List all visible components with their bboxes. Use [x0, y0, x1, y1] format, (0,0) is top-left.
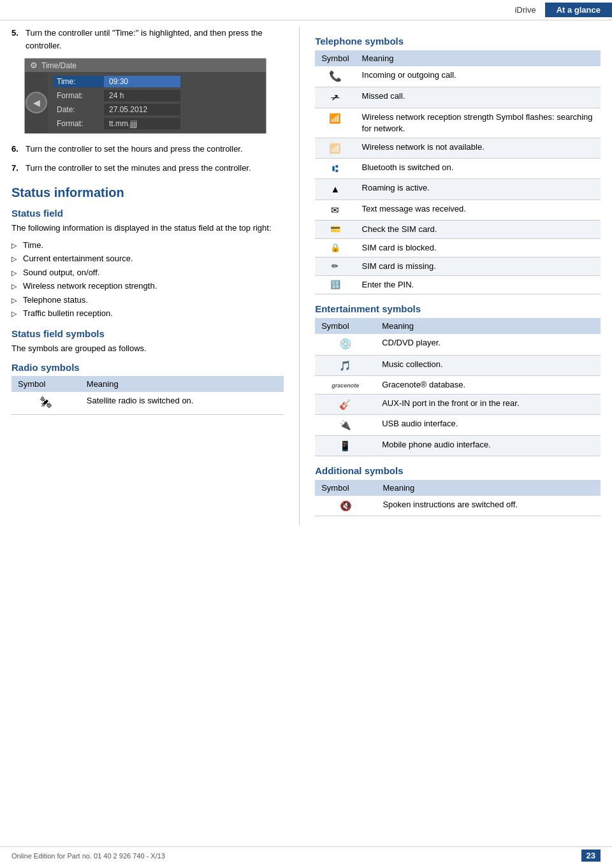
status-field-title: Status field — [11, 208, 284, 219]
tel-sym-6: ▲ — [315, 179, 355, 199]
bullet-sound: ▷Sound output, on/off. — [11, 266, 284, 280]
music-icon: 🎵 — [339, 360, 351, 371]
status-information-title: Status information — [11, 185, 284, 200]
nav-left-icon: ◀ — [33, 98, 40, 108]
ent-meaning-2: Music collection. — [375, 355, 601, 375]
table-row: 💿 CD/DVD player. — [315, 334, 601, 355]
step-5-num: 5. — [11, 27, 22, 52]
ent-sym-3: gracenote — [315, 376, 375, 394]
bullet-arrow-4: ▷ — [11, 281, 19, 292]
time-date-title-text: Time/Date — [41, 61, 76, 70]
table-row: 💳 Check the SIM card. — [315, 220, 601, 238]
tel-sym-7: ✉ — [315, 199, 355, 220]
missed-call-icon: ↗ — [331, 92, 339, 103]
ent-header-meaning: Meaning — [375, 318, 601, 334]
table-row: 🛰 Satellite radio is switched on. — [11, 392, 284, 415]
time-value: 09:30 — [104, 76, 180, 87]
bullet-arrow-3: ▷ — [11, 268, 19, 278]
nav-area: ◀ — [25, 72, 48, 133]
bullet-arrow-5: ▷ — [11, 295, 19, 306]
table-row: 🎵 Music collection. — [315, 355, 601, 375]
add-header-symbol: Symbol — [315, 480, 376, 496]
check-sim-icon: 💳 — [330, 224, 340, 234]
bullet-entertainment: ▷Current entertainment source. — [11, 252, 284, 266]
table-row: 🔒 SIM card is blocked. — [315, 238, 601, 257]
tel-sym-4: 📶 — [315, 138, 355, 158]
radio-symbols-table: Symbol Meaning 🛰 Satellite radio is swit… — [11, 376, 284, 415]
tel-sym-11: 🔢 — [315, 276, 355, 294]
format-label-2: Format: — [53, 118, 104, 129]
radio-symbols-title: Radio symbols — [11, 362, 284, 373]
gear-icon: ⚙ — [30, 61, 38, 70]
tel-sym-8: 💳 — [315, 220, 355, 238]
table-row: 🔌 USB audio interface. — [315, 415, 601, 435]
ent-header-row: Symbol Meaning — [315, 318, 601, 334]
add-sym-1: 🔇 — [315, 496, 376, 516]
table-row: 🎸 AUX-IN port in the front or in the rea… — [315, 394, 601, 415]
bluetooth-icon: ⑆ — [332, 163, 338, 174]
tel-sym-1: 📞 — [315, 66, 355, 87]
format-value-1: 24 h — [104, 90, 180, 101]
telephone-symbols-table: Symbol Meaning 📞 Incoming or outgoing ca… — [315, 50, 601, 294]
no-signal-icon: 📶 — [329, 143, 341, 154]
signal-strength-icon: 📶 — [329, 113, 341, 124]
step-6: 6. Turn the controller to set the hours … — [11, 143, 284, 156]
time-label: Time: — [53, 76, 104, 87]
tel-meaning-8: Check the SIM card. — [356, 220, 601, 238]
bullet-traffic-text: Traffic bulletin reception. — [23, 307, 113, 320]
bullet-arrow-1: ▷ — [11, 240, 19, 251]
tel-meaning-1: Incoming or outgoing call. — [356, 66, 601, 87]
date-row: Date: 27.05.2012 — [48, 103, 266, 117]
step-7-num: 7. — [11, 162, 22, 175]
time-date-title: ⚙ Time/Date — [25, 59, 266, 72]
table-row: ✉ Text message was received. — [315, 199, 601, 220]
additional-symbols-table: Symbol Meaning 🔇 Spoken instructions are… — [315, 480, 601, 516]
header-idrive-label: iDrive — [506, 3, 544, 17]
status-field-symbols-title: Status field symbols — [11, 328, 284, 339]
entertainment-symbols-table: Symbol Meaning 💿 CD/DVD player. 🎵 Music … — [315, 318, 601, 456]
tel-meaning-2: Missed call. — [356, 87, 601, 108]
step-7-text: Turn the controller to set the minutes a… — [26, 162, 251, 175]
tel-sym-10: ✏ — [315, 257, 355, 276]
cd-dvd-icon: 💿 — [339, 338, 352, 349]
step-7: 7. Turn the controller to set the minute… — [11, 162, 284, 175]
tel-meaning-4: Wireless network is not available. — [356, 138, 601, 158]
ent-sym-4: 🎸 — [315, 394, 375, 415]
format-row-2: Format: tt.mm.jjjj — [48, 117, 266, 131]
radio-header-symbol: Symbol — [11, 376, 80, 392]
ent-meaning-1: CD/DVD player. — [375, 334, 601, 355]
step-5: 5. Turn the controller until "Time:" is … — [11, 27, 284, 52]
satellite-icon: 🛰 — [40, 396, 52, 409]
time-date-box: ⚙ Time/Date ◀ Time: 09:30 Format: 24 — [24, 58, 266, 134]
bullet-telephone: ▷Telephone status. — [11, 293, 284, 307]
tel-meaning-3: Wireless network reception strength Symb… — [356, 108, 601, 138]
status-field-symbols-desc: The symbols are grouped as follows. — [11, 342, 284, 355]
page-footer: Online Edition for Part no. 01 40 2 926 … — [0, 846, 612, 862]
status-field-desc: The following information is displayed i… — [11, 222, 284, 235]
tel-meaning-9: SIM card is blocked. — [356, 238, 601, 257]
right-column: Telephone symbols Symbol Meaning 📞 Incom… — [300, 27, 601, 525]
tel-sym-5: ⑆ — [315, 159, 355, 179]
add-meaning-1: Spoken instructions are switched off. — [376, 496, 601, 516]
time-row: Time: 09:30 — [48, 75, 266, 89]
bullet-sound-text: Sound output, on/off. — [23, 266, 99, 279]
table-row: 📶 Wireless network reception strength Sy… — [315, 108, 601, 138]
ent-meaning-3: Gracenote® database. — [375, 376, 601, 394]
add-header-row: Symbol Meaning — [315, 480, 601, 496]
date-value: 27.05.2012 — [104, 104, 180, 115]
table-row: gracenote Gracenote® database. — [315, 376, 601, 394]
date-label: Date: — [53, 104, 104, 115]
bullet-traffic: ▷Traffic bulletin reception. — [11, 307, 284, 321]
bullet-time-text: Time. — [23, 239, 43, 252]
table-row: ✏ SIM card is missing. — [315, 257, 601, 276]
telephone-symbols-title: Telephone symbols — [315, 36, 601, 47]
table-row: ⑆ Bluetooth is switched on. — [315, 159, 601, 179]
page-number: 23 — [581, 850, 601, 862]
tel-meaning-7: Text message was received. — [356, 199, 601, 220]
phone-icon: 📞 — [329, 71, 342, 82]
step-5-text: Turn the controller until "Time:" is hig… — [26, 27, 284, 52]
tel-header-meaning: Meaning — [356, 50, 601, 66]
left-column: 5. Turn the controller until "Time:" is … — [11, 27, 300, 525]
tel-sym-9: 🔒 — [315, 238, 355, 257]
tel-sym-3: 📶 — [315, 108, 355, 138]
